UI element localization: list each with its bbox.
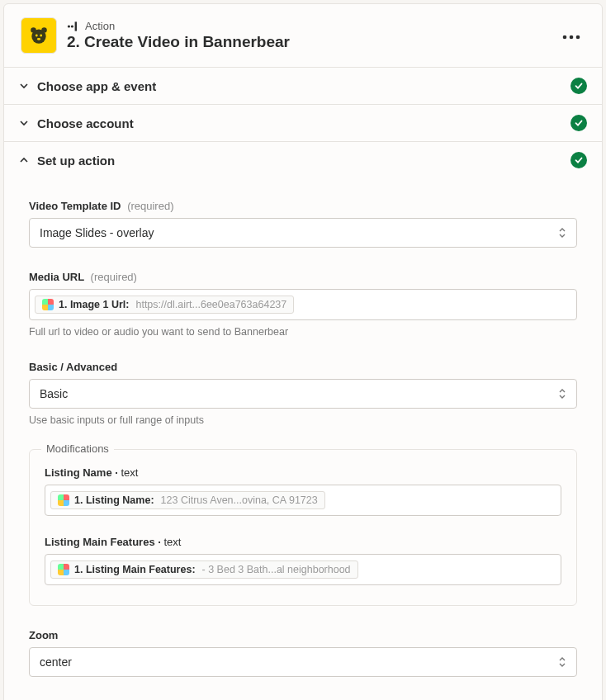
bear-icon xyxy=(28,25,50,46)
step-title: 2. Create Video in Bannerbear xyxy=(67,33,557,51)
section-app-event[interactable]: Choose app & event xyxy=(4,67,602,104)
status-complete-icon xyxy=(570,115,587,131)
setup-action-body: Video Template ID (required) Image Slide… xyxy=(4,178,602,700)
field-label: Zoom xyxy=(29,629,577,641)
field-video-template: Video Template ID (required) Image Slide… xyxy=(29,200,577,248)
mapped-field-pill[interactable]: 1. Listing Name: 123 Citrus Aven...ovina… xyxy=(50,491,325,509)
airtable-icon xyxy=(58,494,69,506)
select-arrows-icon xyxy=(558,388,566,400)
svg-point-9 xyxy=(563,35,567,40)
field-help: Full url to video or audio you want to s… xyxy=(29,326,577,338)
field-help: Use basic inputs or full range of inputs xyxy=(29,414,577,426)
field-label: Basic / Advanced xyxy=(29,361,577,373)
mapped-field-pill[interactable]: 1. Listing Main Features: - 3 Bed 3 Bath… xyxy=(50,560,358,579)
action-card: Action 2. Create Video in Bannerbear Cho… xyxy=(3,3,603,700)
media-url-input[interactable]: 1. Image 1 Url: https://dl.airt...6ee0ea… xyxy=(29,289,577,320)
mapped-field-pill[interactable]: 1. Image 1 Url: https://dl.airt...6ee0ea… xyxy=(35,296,294,314)
airtable-icon xyxy=(58,564,69,575)
field-label: Listing Main Features · text xyxy=(45,536,561,548)
svg-point-7 xyxy=(71,25,73,27)
field-basic-advanced: Basic / Advanced Basic Use basic inputs … xyxy=(29,361,577,426)
card-header: Action 2. Create Video in Bannerbear xyxy=(4,4,602,67)
field-media-url: Media URL (required) 1. Image 1 Url: htt… xyxy=(29,271,577,338)
svg-point-5 xyxy=(37,38,40,40)
zoom-select[interactable]: center xyxy=(29,647,577,677)
select-value: Image Slides - overlay xyxy=(40,226,552,239)
status-complete-icon xyxy=(570,152,587,168)
field-main-features: Listing Main Features · text 1. Listing … xyxy=(45,536,561,585)
status-complete-icon xyxy=(570,78,587,94)
field-zoom: Zoom center xyxy=(29,629,577,677)
title-block: Action 2. Create Video in Bannerbear xyxy=(67,20,557,51)
select-value: Basic xyxy=(40,387,552,400)
action-type-label: Action xyxy=(85,20,115,32)
svg-point-10 xyxy=(570,35,574,40)
select-value: center xyxy=(40,655,552,669)
more-menu-button[interactable] xyxy=(557,23,585,48)
chevron-down-icon xyxy=(19,81,29,91)
chevron-down-icon xyxy=(19,118,29,128)
section-setup-action[interactable]: Set up action xyxy=(4,141,602,178)
modifications-group: Modifications Listing Name · text 1. Lis… xyxy=(29,449,577,606)
listing-name-input[interactable]: 1. Listing Name: 123 Citrus Aven...ovina… xyxy=(45,485,561,516)
section-title: Choose app & event xyxy=(37,79,562,93)
section-title: Choose account xyxy=(37,116,562,130)
field-label: Video Template ID (required) xyxy=(29,200,577,212)
three-dots-icon xyxy=(562,35,580,40)
section-choose-account[interactable]: Choose account xyxy=(4,104,602,141)
field-label: Listing Name · text xyxy=(45,466,561,479)
mods-legend: Modifications xyxy=(41,442,114,455)
airtable-icon xyxy=(42,299,54,310)
select-arrows-icon xyxy=(558,656,566,668)
svg-point-6 xyxy=(68,25,70,27)
app-icon-bannerbear xyxy=(21,17,57,54)
main-features-input[interactable]: 1. Listing Main Features: - 3 Bed 3 Bath… xyxy=(45,554,561,585)
action-icon xyxy=(67,21,80,32)
section-title: Set up action xyxy=(37,154,562,168)
svg-point-4 xyxy=(40,35,42,37)
chevron-up-icon xyxy=(19,155,29,165)
video-template-select[interactable]: Image Slides - overlay xyxy=(29,218,577,248)
select-arrows-icon xyxy=(558,227,566,239)
svg-point-2 xyxy=(31,29,45,43)
svg-point-3 xyxy=(36,35,38,37)
field-listing-name: Listing Name · text 1. Listing Name: 123… xyxy=(45,466,561,516)
svg-rect-8 xyxy=(75,21,77,31)
field-label: Media URL (required) xyxy=(29,271,577,283)
svg-point-11 xyxy=(576,35,580,40)
basic-advanced-select[interactable]: Basic xyxy=(29,379,577,409)
